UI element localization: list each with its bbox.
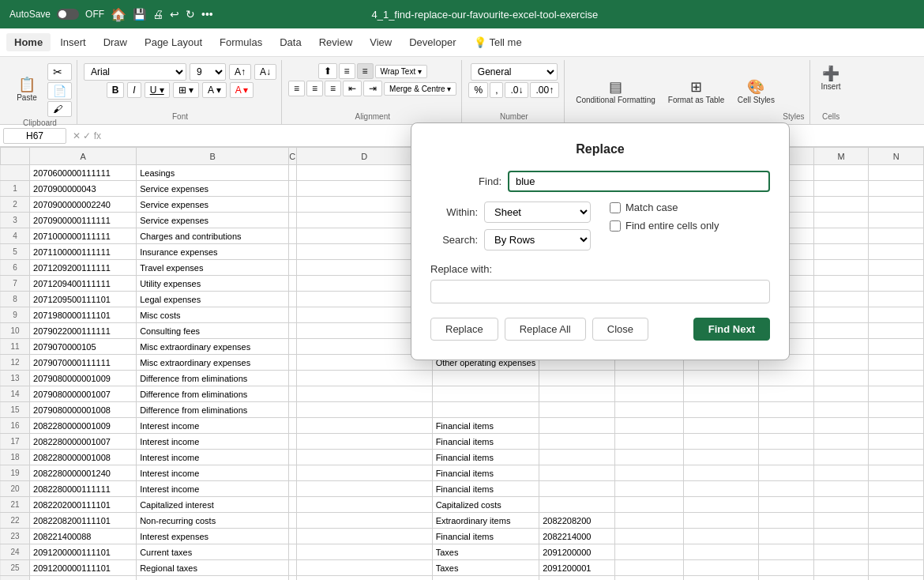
menu-item-developer[interactable]: Developer (401, 33, 464, 51)
table-cell[interactable] (759, 560, 814, 576)
table-cell[interactable] (869, 386, 924, 402)
table-cell[interactable] (813, 450, 869, 465)
align-right-button[interactable]: ≡ (325, 81, 341, 96)
borders-button[interactable]: ⊞ ▾ (173, 82, 199, 98)
table-cell[interactable]: 2070600000111111 (30, 165, 137, 181)
number-format-select[interactable]: General (471, 63, 558, 81)
table-cell[interactable] (813, 307, 869, 323)
autosave-toggle[interactable] (57, 9, 79, 20)
table-cell[interactable] (869, 307, 924, 323)
table-cell[interactable]: Regional taxes (137, 560, 289, 576)
table-cell[interactable] (614, 513, 683, 529)
table-cell[interactable] (813, 497, 869, 513)
table-cell[interactable] (813, 292, 869, 307)
table-cell[interactable] (288, 228, 296, 244)
table-cell[interactable] (296, 386, 432, 402)
search-select[interactable]: By Rows By Columns (484, 229, 591, 250)
table-cell[interactable]: 2082208200111101 (30, 513, 137, 529)
table-cell[interactable]: 2082280000001240 (30, 465, 137, 481)
table-cell[interactable] (432, 386, 539, 402)
insert-button[interactable]: ➕ Insert (817, 63, 846, 95)
table-cell[interactable] (614, 560, 683, 576)
table-cell[interactable] (813, 260, 869, 276)
conditional-formatting-button[interactable]: ▤ Conditional Formatting (571, 77, 660, 108)
table-cell[interactable] (869, 402, 924, 418)
align-middle-button[interactable]: ≡ (339, 63, 355, 79)
table-cell[interactable] (614, 481, 683, 497)
format-as-table-button[interactable]: ⊞ Format as Table (663, 77, 730, 108)
table-cell[interactable]: 2079070000111111 (30, 355, 137, 371)
menu-item-data[interactable]: Data (272, 33, 309, 51)
menu-item-formulas[interactable]: Formulas (212, 33, 270, 51)
menu-item-tell-me[interactable]: 💡Tell me (466, 33, 530, 51)
table-cell[interactable]: Taxes (432, 544, 539, 560)
table-cell[interactable] (288, 292, 296, 307)
table-cell[interactable] (288, 497, 296, 513)
close-button[interactable]: Close (592, 318, 648, 341)
table-cell[interactable] (288, 386, 296, 402)
table-cell[interactable]: 2079080000001008 (30, 402, 137, 418)
table-cell[interactable] (683, 371, 759, 386)
table-cell[interactable]: Interest income (137, 418, 289, 434)
table-cell[interactable] (614, 418, 683, 434)
table-cell[interactable]: Interest income (137, 481, 289, 497)
table-cell[interactable]: Extraordinary items (432, 513, 539, 529)
percent-button[interactable]: % (468, 82, 488, 98)
more-icon[interactable]: ••• (201, 8, 213, 21)
table-cell[interactable] (869, 213, 924, 228)
table-cell[interactable] (813, 244, 869, 260)
table-cell[interactable]: 2082280000111111 (30, 481, 137, 497)
table-cell[interactable] (759, 465, 814, 481)
table-cell[interactable]: 2082280000001009 (30, 418, 137, 434)
table-cell[interactable]: Interest income (137, 434, 289, 450)
table-cell[interactable] (759, 418, 814, 434)
decrease-indent-button[interactable]: ⇤ (343, 81, 362, 96)
table-cell[interactable]: 208221400088 (30, 529, 137, 544)
align-bottom-button[interactable]: ≡ (357, 63, 374, 79)
table-cell[interactable]: Service expenses (137, 213, 289, 228)
table-cell[interactable] (759, 450, 814, 465)
table-cell[interactable]: Taxes (432, 576, 539, 581)
undo-icon[interactable]: ↩ (170, 8, 179, 21)
table-cell[interactable] (288, 197, 296, 213)
table-cell[interactable] (288, 434, 296, 450)
within-select[interactable]: Sheet Workbook (484, 201, 591, 223)
menu-item-draw[interactable]: Draw (96, 33, 135, 51)
replace-all-button[interactable]: Replace All (505, 318, 586, 341)
cell-styles-button[interactable]: 🎨 Cell Styles (732, 77, 779, 108)
col-header-m[interactable]: M (813, 148, 869, 165)
table-cell[interactable]: 2071209500111101 (30, 292, 137, 307)
table-cell[interactable] (539, 371, 615, 386)
table-cell[interactable]: 2091200000111101 (30, 544, 137, 560)
table-cell[interactable]: 2079080000001009 (30, 371, 137, 386)
match-case-checkbox[interactable]: Match case (610, 201, 770, 213)
table-cell[interactable] (813, 465, 869, 481)
menu-item-home[interactable]: Home (6, 33, 51, 51)
table-cell[interactable]: 2082280000001007 (30, 434, 137, 450)
table-cell[interactable]: Interest expenses (137, 529, 289, 544)
table-cell[interactable] (813, 197, 869, 213)
table-cell[interactable]: Current taxes (137, 544, 289, 560)
print-icon[interactable]: 🖨 (152, 8, 163, 21)
table-cell[interactable] (614, 371, 683, 386)
decrease-font-button[interactable]: A↓ (254, 64, 276, 80)
table-cell[interactable]: Legal expenses (137, 292, 289, 307)
table-cell[interactable]: Financial items (432, 418, 539, 434)
table-cell[interactable]: 2070900000043 (30, 181, 137, 197)
table-cell[interactable] (869, 465, 924, 481)
table-cell[interactable] (813, 576, 869, 581)
find-entire-cells-checkbox[interactable]: Find entire cells only (610, 220, 770, 232)
table-cell[interactable]: Financial items (432, 434, 539, 450)
table-cell[interactable] (759, 386, 814, 402)
match-case-input[interactable] (610, 202, 621, 213)
col-header-a[interactable]: A (30, 148, 137, 165)
table-cell[interactable] (296, 371, 432, 386)
table-cell[interactable] (288, 260, 296, 276)
table-cell[interactable]: 2082280000001008 (30, 450, 137, 465)
table-cell[interactable] (869, 434, 924, 450)
table-cell[interactable] (288, 307, 296, 323)
table-cell[interactable] (869, 323, 924, 339)
table-cell[interactable] (614, 576, 683, 581)
table-cell[interactable] (614, 529, 683, 544)
table-cell[interactable] (869, 165, 924, 181)
